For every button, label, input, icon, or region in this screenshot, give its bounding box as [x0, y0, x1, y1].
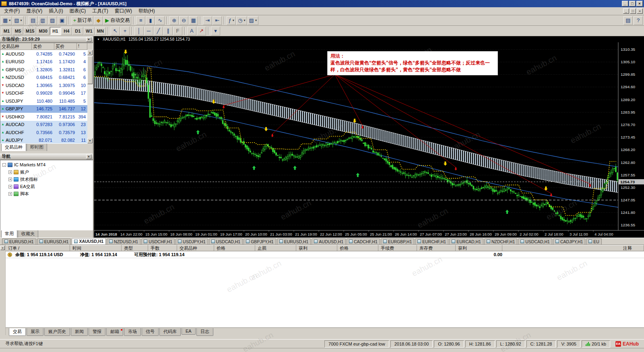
toolbar-channel-button[interactable]: ∥ [163, 27, 173, 35]
toolbar-auto-scroll-button[interactable]: ⇥ [203, 16, 212, 25]
toolbar-tile-windows-button[interactable]: ▦ [189, 16, 198, 25]
mw-column-header-0[interactable]: 交易品种 [0, 43, 32, 50]
terminal-tab-5[interactable]: 邮箱 [106, 328, 123, 336]
toolbar-navigator-button[interactable]: ▨ [48, 16, 57, 25]
terminal-column-5[interactable]: 价格 [214, 245, 255, 251]
minimize-button[interactable]: _ [622, 1, 628, 6]
chart-tab-11[interactable]: EURGBP,H1 [381, 238, 414, 244]
market-watch-row[interactable]: ▲GBPUSD1.328051.328116 [0, 66, 87, 74]
market-watch-row[interactable]: ▲AUDCHF0.735660.7357913 [0, 128, 87, 137]
terminal-column-4[interactable]: 交易品种 [177, 245, 214, 251]
terminal-tab-4[interactable]: 警报 [89, 328, 105, 336]
tree-node-4[interactable]: +脚本 [0, 190, 93, 197]
menu-item-5[interactable]: 窗口(W) [111, 7, 135, 15]
toolbar-new-chart-button[interactable]: ▦▾ [1, 16, 12, 25]
toolbar-more-tools-button[interactable]: ▾ [211, 27, 220, 35]
tree-expander-icon[interactable]: - [2, 163, 6, 167]
toolbar-trendline-button[interactable]: ╱ [154, 27, 163, 35]
timeframe-h1-button[interactable]: H1 [50, 27, 61, 35]
market-watch-row[interactable]: ▼USDHKD7.808217.81215394 [0, 113, 87, 121]
chart-tab-1[interactable]: EURUSD,H1 [37, 238, 71, 244]
toolbar-market-watch-button[interactable]: ▤ [29, 16, 38, 25]
market-watch-scrollbar[interactable]: ▲ ▼ [87, 50, 93, 143]
chart-menu-icon[interactable]: ▼ [97, 38, 100, 41]
timeframe-mn-button[interactable]: MN [95, 27, 106, 35]
toolbar-autotrading-button[interactable]: ▶自动交易 [103, 16, 131, 25]
tree-expander-icon[interactable]: + [8, 185, 12, 188]
terminal-column-12[interactable]: 注释 [621, 245, 644, 251]
chart-tab-12[interactable]: EURCHF,H1 [415, 238, 448, 244]
toolbar-terminal-button[interactable]: ▣ [58, 16, 67, 25]
terminal-tab-1[interactable]: 展示 [27, 328, 43, 336]
scroll-up-icon[interactable]: ▲ [87, 50, 93, 55]
terminal-tab-8[interactable]: 代码库 [159, 328, 181, 336]
toolbar-metaeditor-button[interactable]: ◆ [94, 16, 103, 25]
market-watch-row[interactable]: ▲EURUSD1.174161.174204 [0, 58, 87, 66]
chart-tab-7[interactable]: GBPJPY,H1 [244, 238, 276, 244]
terminal-tab-9[interactable]: EA [182, 328, 196, 335]
terminal-column-1[interactable]: 时间 [70, 245, 122, 251]
market-watch-row[interactable]: ▼USDCHF0.990280.9904517 [0, 89, 87, 97]
tree-expander-icon[interactable]: + [8, 192, 12, 196]
tree-expander-icon[interactable]: + [8, 170, 12, 174]
terminal-column-2[interactable]: 类型 [122, 245, 148, 251]
terminal-column-11[interactable]: 获利 [456, 245, 502, 251]
market-watch-row[interactable]: ▲GBPJPY146.725146.73712 [0, 105, 87, 113]
child-close-button[interactable]: × [637, 8, 643, 14]
terminal-column-10[interactable]: 库存费 [417, 245, 456, 251]
menu-item-4[interactable]: 工具(T) [89, 7, 111, 15]
timeframe-m5-button[interactable]: M5 [12, 27, 23, 35]
toolbar-chart-bars-button[interactable]: ≡ [136, 16, 145, 25]
chart-tab-13[interactable]: EURCAD,H1 [449, 238, 483, 244]
timeframe-m30-button[interactable]: M30 [37, 27, 49, 35]
chart-tab-10[interactable]: CADCHF,H1 [347, 238, 380, 244]
toolbar-zoom-in-button[interactable]: ⊕ [169, 16, 179, 25]
tree-node-2[interactable]: +技术指标 [0, 176, 93, 183]
terminal-tab-0[interactable]: 交易 [9, 328, 26, 336]
toolbar-crosshair-button[interactable]: + [120, 27, 130, 35]
mw-column-header-3[interactable]: ! [77, 43, 87, 50]
toolbar-print-button[interactable]: ▤ [623, 16, 633, 25]
toolbar-arrows-tool-button[interactable]: ↗ [197, 27, 206, 35]
terminal-tab-10[interactable]: 日志 [196, 328, 213, 336]
chart-tab-0[interactable]: EURUSD,H1 [2, 238, 36, 244]
toolbar-indicators-button[interactable]: ƒ▾ [227, 16, 236, 25]
market-watch-row[interactable]: ▲AUDUSD0.742850.742905 [0, 50, 87, 58]
terminal-tab-6[interactable]: 市场 [124, 328, 141, 336]
toolbar-chart-candles-button[interactable]: ▮ [146, 16, 155, 25]
timeframe-m1-button[interactable]: M1 [1, 27, 12, 35]
market-watch-tab-1[interactable]: 即时图 [27, 143, 47, 151]
terminal-tab-3[interactable]: 新闻 [71, 328, 88, 336]
menu-item-1[interactable]: 显示(V) [23, 7, 45, 15]
toolbar-cursor-button[interactable]: ↖ [111, 27, 120, 35]
market-watch-tab-0[interactable]: 交易品种 [1, 143, 26, 151]
toolbar-templates-button[interactable]: ▨▾ [248, 16, 258, 25]
menu-item-0[interactable]: 文件(F) [1, 7, 23, 15]
chart-tab-14[interactable]: NZDCHF,H1 [484, 238, 517, 244]
toolbar-new-order-button[interactable]: +新订单 [72, 16, 94, 25]
eahub-logo[interactable]: EA EAHub [611, 340, 643, 348]
close-button[interactable]: × [636, 1, 643, 6]
chart-tab-9[interactable]: AUDUSD,H1 [312, 238, 346, 244]
toolbar-data-window-button[interactable]: ▥ [38, 16, 47, 25]
menu-item-3[interactable]: 图表(C) [66, 7, 89, 15]
terminal-column-6[interactable]: 止损 [255, 245, 296, 251]
market-watch-row[interactable]: ▲AUDCAD0.972830.9730623 [0, 121, 87, 129]
terminal-column-0[interactable]: 订单 / [6, 245, 70, 251]
menu-item-2[interactable]: 插入(I) [45, 7, 66, 15]
toolbar-text-label-button[interactable]: A [187, 27, 196, 35]
market-watch-row[interactable]: ▲NZDUSD0.684150.684216 [0, 74, 87, 82]
chart-tab-5[interactable]: USDJPY,H1 [175, 238, 208, 244]
navigator-close-icon[interactable]: × [86, 154, 91, 159]
toolbar-zoom-out-button[interactable]: ⊖ [179, 16, 188, 25]
terminal-column-7[interactable]: 获利 [296, 245, 337, 251]
toolbar-fibonacci-button[interactable]: F [173, 27, 182, 35]
toolbar-profiles-button[interactable]: ▧▾ [12, 16, 23, 25]
mw-column-header-2[interactable]: 买价 [54, 43, 77, 50]
toolbar-chart-shift-button[interactable]: ⇤ [213, 16, 222, 25]
toolbar-periods-button[interactable]: ◷▾ [236, 16, 247, 25]
chart-tab-17[interactable]: EU [586, 238, 602, 244]
chart-tab-3[interactable]: NZDUSD,H1 [107, 238, 140, 244]
child-restore-button[interactable]: □ [630, 8, 636, 14]
timeframe-d1-button[interactable]: D1 [72, 27, 83, 35]
